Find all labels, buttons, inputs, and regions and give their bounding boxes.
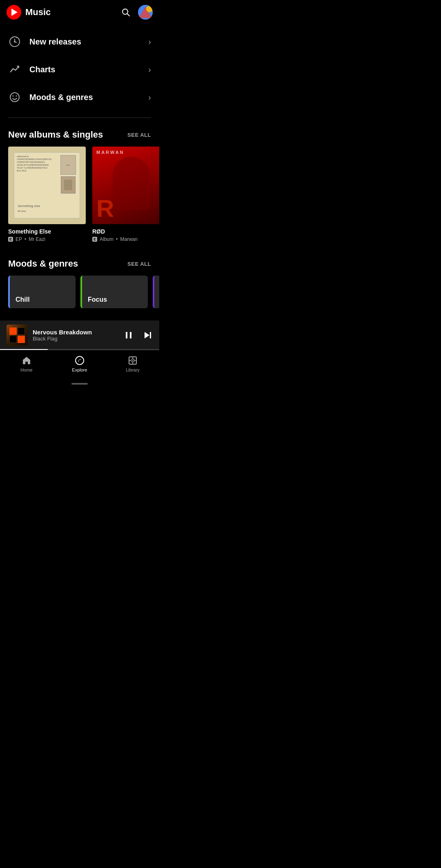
album-type-something-else: EP: [16, 236, 22, 242]
nav-list: New releases › Charts ›: [0, 24, 159, 114]
chevron-right-icon: ›: [148, 65, 151, 74]
play-triangle-icon: [11, 9, 18, 16]
moods-icon: [8, 91, 21, 104]
nav-item-charts[interactable]: Charts ›: [0, 56, 159, 83]
tab-library[interactable]: Library: [118, 355, 147, 372]
svg-point-3: [146, 6, 153, 12]
progress-bar: [0, 349, 159, 350]
home-icon: [21, 355, 32, 366]
album-name-rod: RØD: [92, 228, 159, 235]
nav-item-new-releases[interactable]: New releases ›: [0, 28, 159, 56]
pause-button[interactable]: [123, 330, 134, 341]
charts-label: Charts: [29, 65, 55, 74]
header-right: [120, 5, 153, 20]
album-name-something-else: Something Else: [8, 228, 86, 235]
explicit-badge: E: [8, 237, 13, 242]
album-artist-rod: Marwan: [120, 236, 138, 242]
moods-see-all-button[interactable]: SEE ALL: [127, 261, 151, 267]
now-playing-artist: Black Flag: [33, 336, 118, 342]
album-meta-something-else: E EP • Mr Eazi: [8, 236, 86, 242]
albums-scroll-container: addressed to: CHERRYBOWNBULOVEASORRYOU C…: [0, 147, 159, 242]
new-albums-section: New albums & singles SEE ALL addressed t…: [0, 121, 159, 246]
handle-bar: [71, 383, 88, 385]
album-type-rod: Album: [100, 236, 114, 242]
tab-explore[interactable]: Explore: [65, 355, 94, 372]
svg-point-8: [16, 96, 17, 97]
new-albums-title: New albums & singles: [8, 129, 103, 140]
new-releases-label: New releases: [29, 37, 81, 47]
album-cover-rod: MARWAN R: [92, 147, 159, 224]
album-artist-something-else: Mr Eazi: [29, 236, 45, 242]
album-card-rod[interactable]: MARWAN R RØD E Album • Marwan: [92, 147, 159, 242]
mood-card-focus[interactable]: Focus: [80, 276, 148, 308]
section-divider: [8, 118, 151, 118]
svg-rect-10: [130, 332, 131, 338]
search-button[interactable]: [120, 7, 131, 18]
bottom-navigation: Home Explore Library: [0, 350, 159, 381]
app-logo: [7, 5, 21, 20]
svg-point-17: [132, 360, 134, 361]
mood-card-chill[interactable]: Chill: [8, 276, 76, 308]
mood-card-sleep[interactable]: Sleep: [153, 276, 159, 308]
svg-line-1: [127, 14, 130, 16]
chevron-right-icon: ›: [148, 37, 151, 47]
chevron-right-icon: ›: [148, 93, 151, 102]
svg-rect-11: [150, 332, 151, 338]
svg-point-6: [10, 93, 19, 102]
svg-rect-9: [126, 332, 127, 338]
moods-genres-header: Moods & genres SEE ALL: [0, 258, 159, 276]
now-playing-controls: [123, 330, 153, 341]
svg-point-14: [79, 360, 80, 361]
skip-next-button[interactable]: [142, 330, 153, 341]
explicit-badge: E: [92, 237, 97, 242]
new-albums-header: New albums & singles SEE ALL: [0, 129, 159, 147]
nav-item-moods-genres[interactable]: Moods & genres ›: [0, 83, 159, 111]
moods-genres-section: Moods & genres SEE ALL Chill Focus Sleep: [0, 246, 159, 312]
svg-point-5: [14, 41, 16, 42]
tab-library-label: Library: [126, 367, 140, 372]
now-playing-bar[interactable]: Nervous Breakdown Black Flag: [0, 320, 159, 350]
moods-scroll-container: Chill Focus Sleep: [0, 276, 159, 308]
new-releases-icon: [8, 35, 21, 48]
tab-home[interactable]: Home: [12, 355, 41, 372]
app-title: Music: [25, 7, 51, 18]
album-meta-rod: E Album • Marwan: [92, 236, 159, 242]
moods-genres-title: Moods & genres: [8, 258, 78, 269]
new-albums-see-all-button[interactable]: SEE ALL: [127, 132, 151, 138]
header-left: Music: [7, 5, 51, 20]
now-playing-thumbnail: [7, 325, 28, 346]
mood-label-chill: Chill: [16, 296, 30, 303]
svg-point-7: [13, 96, 14, 97]
app-header: Music: [0, 0, 159, 24]
charts-icon: [8, 63, 21, 76]
album-cover-something-else: addressed to: CHERRYBOWNBULOVEASORRYOU C…: [8, 147, 86, 224]
user-avatar[interactable]: [138, 5, 153, 20]
now-playing-title: Nervous Breakdown: [33, 329, 118, 336]
library-icon: [127, 355, 138, 366]
now-playing-info: Nervous Breakdown Black Flag: [33, 329, 118, 342]
moods-genres-label: Moods & genres: [29, 93, 93, 102]
explore-icon: [74, 355, 85, 366]
progress-fill: [0, 349, 48, 350]
tab-explore-label: Explore: [72, 367, 87, 372]
bottom-handle: [0, 381, 159, 387]
album-card-something-else[interactable]: addressed to: CHERRYBOWNBULOVEASORRYOU C…: [8, 147, 86, 242]
tab-home-label: Home: [20, 367, 32, 372]
mood-label-focus: Focus: [88, 296, 107, 303]
